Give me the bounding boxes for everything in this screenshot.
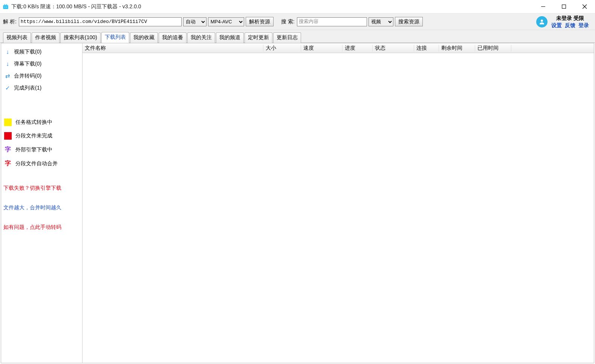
search-label: 搜 索: [281,18,295,25]
download-arrow-icon: ↓ [4,49,11,55]
check-icon: ✓ [4,85,11,91]
table-header: 文件名称 大小 速度 进度 状态 连接 剩余时间 已用时间 [83,43,594,53]
tip-section: 下载失败？切换引擎下载 文件越大，合并时间越久 如有问题，点此手动转码 [3,185,80,231]
legend-row-auto-merge: 字 分段文件自动合并 [3,158,80,169]
tab-favorites[interactable]: 我的收藏 [130,32,158,43]
svg-point-1 [5,6,5,7]
avatar-icon[interactable] [536,16,548,27]
close-button[interactable] [574,0,595,14]
legend-label: 分段文件自动合并 [15,160,58,167]
user-area: 未登录 受限 设置 反馈 登录 [536,15,592,28]
svg-rect-4 [562,5,566,9]
tab-search-list[interactable]: 搜索列表(100) [60,32,101,43]
column-header-remain[interactable]: 剩余时间 [439,45,475,52]
sidebar-item-merge-transcode[interactable]: ⇄ 合并转码(0) [3,70,80,82]
tip-manual-transcode[interactable]: 如有问题，点此手动转码 [3,224,80,231]
tabs-bar: 视频列表 作者视频 搜索列表(100) 下载列表 我的收藏 我的追番 我的关注 … [0,30,595,43]
parse-button[interactable]: 解析资源 [246,17,274,26]
column-header-progress[interactable]: 进度 [343,45,373,52]
maximize-button[interactable] [554,0,574,14]
tab-changelog[interactable]: 更新日志 [273,32,301,43]
column-header-size[interactable]: 大小 [263,45,301,52]
login-status: 未登录 受限 [556,15,584,21]
sidebar-item-label: 弹幕下载(0) [14,61,41,67]
tab-bangumi[interactable]: 我的追番 [159,32,187,43]
url-input[interactable] [19,17,182,26]
window-title: 下载:0 KB/s 限速：100.00 MB/S - 闪豆下载器 - v3.2.… [11,3,141,10]
legend-label: 分段文件未完成 [15,133,52,139]
tab-author-videos[interactable]: 作者视频 [32,32,60,43]
legend-label: 外部引擎下载中 [15,146,52,153]
svg-point-2 [6,6,7,7]
svg-rect-0 [3,5,8,9]
table-body [83,53,594,363]
sidebar-item-label: 视频下载(0) [14,49,41,55]
sidebar: ↓ 视频下载(0) ↓ 弹幕下载(0) ⇄ 合并转码(0) ✓ 完成列表(1) … [1,43,83,363]
search-input[interactable] [297,17,367,26]
format-select[interactable]: MP4-AVC [208,17,244,26]
legend-row-external-engine: 字 外部引擎下载中 [3,144,80,155]
toolbar: 解 析: 自动 MP4-AVC 解析资源 搜 索: 视频 搜索资源 未登录 受限… [0,14,595,30]
title-bar: 下载:0 KB/s 限速：100.00 MB/S - 闪豆下载器 - v3.2.… [0,0,595,14]
tab-video-list[interactable]: 视频列表 [3,32,31,43]
legend-row-converting: 任务格式转换中 [3,117,80,128]
feedback-link[interactable]: 反馈 [565,22,575,29]
sidebar-item-completed[interactable]: ✓ 完成列表(1) [3,82,80,94]
column-header-conn[interactable]: 连接 [414,45,439,52]
quality-select[interactable]: 自动 [183,17,206,26]
content-area: 文件名称 大小 速度 进度 状态 连接 剩余时间 已用时间 [83,43,594,363]
legend-row-segment-incomplete: 分段文件未完成 [3,131,80,141]
tab-download-list[interactable]: 下载列表 [101,32,129,43]
column-header-filename[interactable]: 文件名称 [83,45,263,52]
download-arrow-icon: ↓ [4,61,11,67]
search-type-select[interactable]: 视频 [369,17,393,26]
legend-label: 任务格式转换中 [15,119,52,126]
tab-scheduled-update[interactable]: 定时更新 [245,32,272,43]
sidebar-item-danmaku-download[interactable]: ↓ 弹幕下载(0) [3,58,80,70]
main-area: ↓ 视频下载(0) ↓ 弹幕下载(0) ⇄ 合并转码(0) ✓ 完成列表(1) … [1,43,594,363]
column-header-elapsed[interactable]: 已用时间 [475,45,511,52]
tip-switch-engine[interactable]: 下载失败？切换引擎下载 [3,185,80,192]
legend-section: 任务格式转换中 分段文件未完成 字 外部引擎下载中 字 分段文件自动合并 [3,117,80,169]
tip-merge-time: 文件越大，合并时间越久 [3,204,80,211]
yellow-swatch-icon [4,119,12,126]
tab-following[interactable]: 我的关注 [187,32,215,43]
tab-channel[interactable]: 我的频道 [216,32,244,43]
settings-link[interactable]: 设置 [551,22,562,29]
sidebar-item-label: 完成列表(1) [14,85,41,91]
login-link[interactable]: 登录 [578,22,589,29]
svg-point-7 [541,20,543,22]
search-button[interactable]: 搜索资源 [395,17,423,26]
red-swatch-icon [4,132,12,140]
sidebar-item-video-download[interactable]: ↓ 视频下载(0) [3,46,80,58]
swap-icon: ⇄ [4,73,11,79]
parse-label: 解 析: [3,18,17,25]
sidebar-item-label: 合并转码(0) [14,73,41,79]
column-header-speed[interactable]: 速度 [301,45,343,52]
char-glyph-icon: 字 [4,160,12,168]
app-icon [2,3,9,10]
minimize-button[interactable] [533,0,554,14]
char-glyph-icon: 字 [4,146,12,154]
column-header-status[interactable]: 状态 [373,45,414,52]
